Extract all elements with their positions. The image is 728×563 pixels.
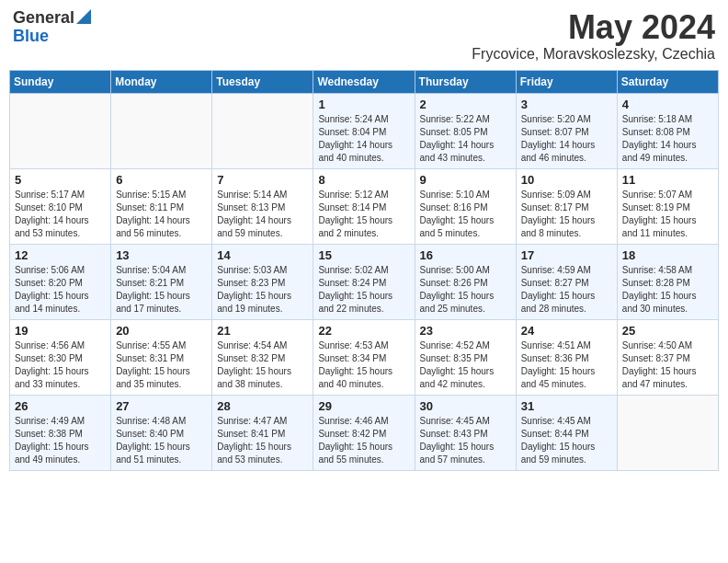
calendar-day-20: 20Sunrise: 4:55 AM Sunset: 8:31 PM Dayli… bbox=[111, 319, 212, 395]
weekday-header-friday: Friday bbox=[516, 70, 617, 93]
calendar-table: SundayMondayTuesdayWednesdayThursdayFrid… bbox=[9, 70, 719, 471]
logo-blue-text: Blue bbox=[13, 28, 49, 46]
logo-triangle-icon bbox=[76, 9, 91, 24]
day-info: Sunrise: 4:46 AM Sunset: 8:42 PM Dayligh… bbox=[318, 415, 409, 466]
day-info: Sunrise: 4:55 AM Sunset: 8:31 PM Dayligh… bbox=[116, 339, 207, 391]
calendar-week-3: 12Sunrise: 5:06 AM Sunset: 8:20 PM Dayli… bbox=[10, 244, 719, 319]
day-info: Sunrise: 4:58 AM Sunset: 8:28 PM Dayligh… bbox=[622, 264, 713, 316]
day-info: Sunrise: 4:49 AM Sunset: 8:38 PM Dayligh… bbox=[15, 415, 106, 466]
day-info: Sunrise: 4:47 AM Sunset: 8:41 PM Dayligh… bbox=[217, 415, 308, 466]
calendar-day-30: 30Sunrise: 4:45 AM Sunset: 8:43 PM Dayli… bbox=[415, 395, 516, 470]
calendar-day-13: 13Sunrise: 5:04 AM Sunset: 8:21 PM Dayli… bbox=[111, 244, 212, 319]
day-info: Sunrise: 4:59 AM Sunset: 8:27 PM Dayligh… bbox=[521, 264, 612, 316]
day-number: 15 bbox=[318, 248, 409, 262]
title-block: May 2024 Frycovice, Moravskoslezsky, Cze… bbox=[472, 9, 715, 63]
day-number: 10 bbox=[521, 173, 612, 187]
day-info: Sunrise: 5:17 AM Sunset: 8:10 PM Dayligh… bbox=[15, 189, 106, 240]
day-info: Sunrise: 5:07 AM Sunset: 8:19 PM Dayligh… bbox=[622, 189, 713, 240]
empty-day-cell bbox=[617, 395, 718, 470]
day-number: 16 bbox=[420, 248, 511, 262]
calendar-day-9: 9Sunrise: 5:10 AM Sunset: 8:16 PM Daylig… bbox=[415, 168, 516, 244]
calendar-day-7: 7Sunrise: 5:14 AM Sunset: 8:13 PM Daylig… bbox=[212, 168, 313, 244]
weekday-header-thursday: Thursday bbox=[415, 70, 516, 93]
day-number: 30 bbox=[420, 399, 511, 413]
page-header: General Blue May 2024 Frycovice, Moravsk… bbox=[9, 9, 719, 63]
day-number: 11 bbox=[622, 173, 713, 187]
calendar-day-31: 31Sunrise: 4:45 AM Sunset: 8:44 PM Dayli… bbox=[516, 395, 617, 470]
day-info: Sunrise: 5:10 AM Sunset: 8:16 PM Dayligh… bbox=[420, 189, 511, 240]
day-info: Sunrise: 4:52 AM Sunset: 8:35 PM Dayligh… bbox=[420, 339, 511, 391]
empty-day-cell bbox=[10, 93, 111, 168]
day-info: Sunrise: 4:51 AM Sunset: 8:36 PM Dayligh… bbox=[521, 339, 612, 391]
day-number: 26 bbox=[15, 399, 106, 413]
calendar-day-29: 29Sunrise: 4:46 AM Sunset: 8:42 PM Dayli… bbox=[313, 395, 415, 470]
logo: General Blue bbox=[13, 9, 91, 46]
day-number: 21 bbox=[217, 324, 308, 338]
day-info: Sunrise: 4:53 AM Sunset: 8:34 PM Dayligh… bbox=[318, 339, 409, 391]
day-number: 20 bbox=[116, 324, 207, 338]
calendar-day-28: 28Sunrise: 4:47 AM Sunset: 8:41 PM Dayli… bbox=[212, 395, 313, 470]
svg-marker-0 bbox=[76, 9, 91, 24]
header-row: SundayMondayTuesdayWednesdayThursdayFrid… bbox=[10, 70, 719, 93]
day-info: Sunrise: 5:06 AM Sunset: 8:20 PM Dayligh… bbox=[15, 264, 106, 316]
calendar-day-19: 19Sunrise: 4:56 AM Sunset: 8:30 PM Dayli… bbox=[10, 319, 111, 395]
calendar-day-27: 27Sunrise: 4:48 AM Sunset: 8:40 PM Dayli… bbox=[111, 395, 212, 470]
day-number: 4 bbox=[622, 98, 713, 111]
day-info: Sunrise: 4:45 AM Sunset: 8:44 PM Dayligh… bbox=[521, 415, 612, 466]
day-number: 7 bbox=[217, 173, 308, 187]
calendar-day-10: 10Sunrise: 5:09 AM Sunset: 8:17 PM Dayli… bbox=[516, 168, 617, 244]
calendar-day-5: 5Sunrise: 5:17 AM Sunset: 8:10 PM Daylig… bbox=[10, 168, 111, 244]
day-info: Sunrise: 4:48 AM Sunset: 8:40 PM Dayligh… bbox=[116, 415, 207, 466]
weekday-header-saturday: Saturday bbox=[617, 70, 718, 93]
calendar-day-25: 25Sunrise: 4:50 AM Sunset: 8:37 PM Dayli… bbox=[617, 319, 718, 395]
day-number: 23 bbox=[420, 324, 511, 338]
calendar-title: May 2024 bbox=[472, 9, 715, 46]
calendar-day-21: 21Sunrise: 4:54 AM Sunset: 8:32 PM Dayli… bbox=[212, 319, 313, 395]
day-number: 19 bbox=[15, 324, 106, 338]
day-info: Sunrise: 5:03 AM Sunset: 8:23 PM Dayligh… bbox=[217, 264, 308, 316]
day-number: 29 bbox=[318, 399, 409, 413]
calendar-day-3: 3Sunrise: 5:20 AM Sunset: 8:07 PM Daylig… bbox=[516, 93, 617, 168]
day-number: 13 bbox=[116, 248, 207, 262]
calendar-day-6: 6Sunrise: 5:15 AM Sunset: 8:11 PM Daylig… bbox=[111, 168, 212, 244]
day-number: 1 bbox=[318, 98, 409, 111]
empty-day-cell bbox=[212, 93, 313, 168]
calendar-day-1: 1Sunrise: 5:24 AM Sunset: 8:04 PM Daylig… bbox=[313, 93, 415, 168]
day-number: 14 bbox=[217, 248, 308, 262]
calendar-day-18: 18Sunrise: 4:58 AM Sunset: 8:28 PM Dayli… bbox=[617, 244, 718, 319]
calendar-subtitle: Frycovice, Moravskoslezsky, Czechia bbox=[472, 46, 715, 63]
logo-general-text: General bbox=[13, 9, 74, 28]
day-number: 17 bbox=[521, 248, 612, 262]
calendar-day-11: 11Sunrise: 5:07 AM Sunset: 8:19 PM Dayli… bbox=[617, 168, 718, 244]
day-info: Sunrise: 5:22 AM Sunset: 8:05 PM Dayligh… bbox=[420, 113, 511, 165]
day-number: 18 bbox=[622, 248, 713, 262]
day-number: 12 bbox=[15, 248, 106, 262]
calendar-week-1: 1Sunrise: 5:24 AM Sunset: 8:04 PM Daylig… bbox=[10, 93, 719, 168]
calendar-day-22: 22Sunrise: 4:53 AM Sunset: 8:34 PM Dayli… bbox=[313, 319, 415, 395]
day-info: Sunrise: 5:15 AM Sunset: 8:11 PM Dayligh… bbox=[116, 189, 207, 240]
day-number: 3 bbox=[521, 98, 612, 111]
calendar-day-17: 17Sunrise: 4:59 AM Sunset: 8:27 PM Dayli… bbox=[516, 244, 617, 319]
calendar-day-24: 24Sunrise: 4:51 AM Sunset: 8:36 PM Dayli… bbox=[516, 319, 617, 395]
day-info: Sunrise: 5:20 AM Sunset: 8:07 PM Dayligh… bbox=[521, 113, 612, 165]
calendar-week-4: 19Sunrise: 4:56 AM Sunset: 8:30 PM Dayli… bbox=[10, 319, 719, 395]
empty-day-cell bbox=[111, 93, 212, 168]
calendar-week-2: 5Sunrise: 5:17 AM Sunset: 8:10 PM Daylig… bbox=[10, 168, 719, 244]
weekday-header-sunday: Sunday bbox=[10, 70, 111, 93]
day-number: 22 bbox=[318, 324, 409, 338]
day-info: Sunrise: 4:50 AM Sunset: 8:37 PM Dayligh… bbox=[622, 339, 713, 391]
calendar-day-15: 15Sunrise: 5:02 AM Sunset: 8:24 PM Dayli… bbox=[313, 244, 415, 319]
day-info: Sunrise: 5:12 AM Sunset: 8:14 PM Dayligh… bbox=[318, 189, 409, 240]
calendar-day-12: 12Sunrise: 5:06 AM Sunset: 8:20 PM Dayli… bbox=[10, 244, 111, 319]
day-number: 6 bbox=[116, 173, 207, 187]
day-number: 31 bbox=[521, 399, 612, 413]
day-info: Sunrise: 5:18 AM Sunset: 8:08 PM Dayligh… bbox=[622, 113, 713, 165]
day-info: Sunrise: 4:45 AM Sunset: 8:43 PM Dayligh… bbox=[420, 415, 511, 466]
day-info: Sunrise: 5:09 AM Sunset: 8:17 PM Dayligh… bbox=[521, 189, 612, 240]
calendar-day-4: 4Sunrise: 5:18 AM Sunset: 8:08 PM Daylig… bbox=[617, 93, 718, 168]
day-number: 24 bbox=[521, 324, 612, 338]
day-info: Sunrise: 4:56 AM Sunset: 8:30 PM Dayligh… bbox=[15, 339, 106, 391]
weekday-header-monday: Monday bbox=[111, 70, 212, 93]
day-number: 28 bbox=[217, 399, 308, 413]
calendar-day-26: 26Sunrise: 4:49 AM Sunset: 8:38 PM Dayli… bbox=[10, 395, 111, 470]
